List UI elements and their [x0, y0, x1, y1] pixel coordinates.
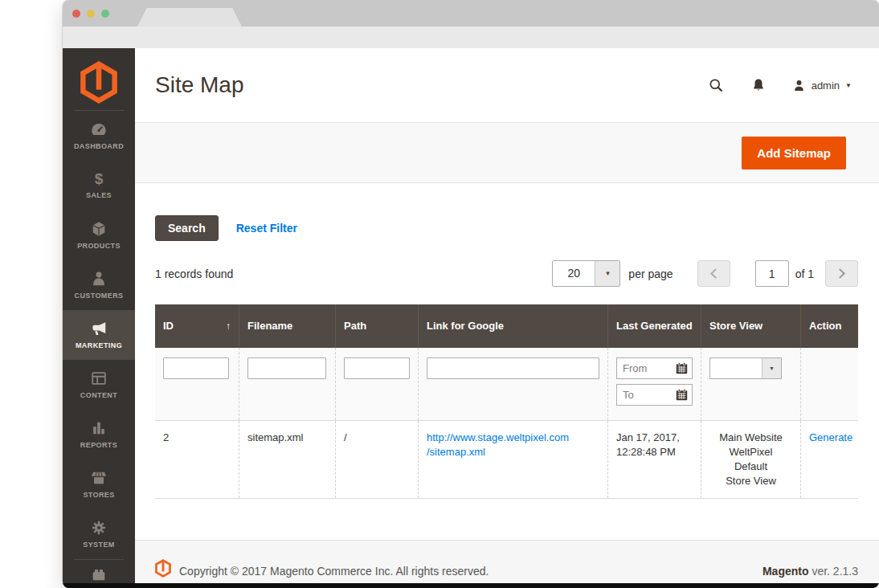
header-actions: admin ▼	[708, 77, 852, 94]
generate-link[interactable]: Generate	[809, 431, 852, 443]
generated-line: 12:28:48 PM	[616, 445, 693, 459]
sidebar-item-customers[interactable]: CUSTOMERS	[63, 260, 135, 310]
page-actions-bar: Add Sitemap	[135, 122, 879, 183]
magento-logo[interactable]	[63, 48, 135, 110]
filter-store-view-select[interactable]: ▼	[709, 357, 782, 379]
sidebar-item-products[interactable]: PRODUCTS	[63, 210, 135, 260]
total-pages-label: of 1	[795, 267, 814, 280]
page-size-value: 20	[553, 261, 595, 286]
page-title: Site Map	[155, 72, 244, 98]
filter-path-input[interactable]	[344, 357, 410, 379]
records-count: 1 records found	[155, 267, 233, 280]
store-view-line: Store View	[709, 474, 792, 488]
products-icon	[90, 220, 108, 238]
sidebar-item-dashboard[interactable]: DASHBOARD	[63, 111, 135, 161]
pager-row: 1 records found 20 ▼ per page of 1	[155, 260, 858, 287]
column-header-path[interactable]: Path	[335, 304, 418, 348]
sales-icon: $	[95, 171, 104, 187]
sidebar: DASHBOARD $ SALES PRODUCTS	[63, 48, 135, 588]
chevron-down-icon: ▼	[845, 82, 852, 89]
magento-logo-icon	[80, 61, 117, 104]
chevron-right-icon	[835, 268, 845, 279]
page-size-select[interactable]: 20 ▼	[552, 260, 620, 287]
grid-filter-row: ▼	[155, 348, 858, 420]
column-header-store-view[interactable]: Store View	[701, 304, 800, 348]
chevron-down-icon: ▼	[769, 365, 775, 371]
content-spacer	[135, 499, 879, 540]
filter-filename-input[interactable]	[247, 357, 326, 379]
store-view-select-value	[710, 358, 762, 378]
footer: Copyright © 2017 Magento Commerce Inc. A…	[135, 540, 879, 588]
window-minimize-button[interactable]	[87, 10, 95, 18]
version-number: ver. 2.1.3	[809, 565, 858, 578]
reports-icon	[90, 419, 108, 437]
link-line: /sitemap.xml	[427, 445, 599, 459]
sidebar-item-label: SYSTEM	[83, 541, 114, 549]
cell-last-generated: Jan 17, 2017, 12:28:48 PM	[607, 421, 701, 498]
sidebar-item-label: CUSTOMERS	[75, 292, 124, 300]
store-view-line: Main Website	[709, 431, 792, 445]
copyright-text: Copyright © 2017 Magento Commerce Inc. A…	[179, 565, 762, 578]
sidebar-item-label: REPORTS	[80, 441, 117, 449]
window-close-button[interactable]	[72, 10, 80, 18]
sidebar-item-reports[interactable]: REPORTS	[63, 410, 135, 459]
filter-date-to-input[interactable]	[617, 389, 671, 401]
sidebar-nav: DASHBOARD $ SALES PRODUCTS	[63, 111, 135, 559]
column-header-filename[interactable]: Filename	[239, 304, 335, 348]
sitemap-link[interactable]: http://www.stage.weltpixel.com /sitemap.…	[427, 431, 599, 459]
previous-page-button[interactable]	[697, 260, 730, 287]
page-header: Site Map	[135, 48, 879, 122]
sidebar-item-system[interactable]: SYSTEM	[63, 509, 135, 559]
sidebar-item-marketing[interactable]: MARKETING	[63, 310, 135, 360]
magento-footer-logo-icon	[155, 559, 171, 578]
link-line: http://www.stage.weltpixel.com	[427, 431, 599, 445]
admin-username: admin	[812, 80, 840, 92]
stores-icon	[90, 469, 108, 487]
chevron-left-icon	[710, 268, 721, 279]
system-icon	[90, 519, 108, 537]
sidebar-item-content[interactable]: CONTENT	[63, 360, 135, 410]
window-zoom-button[interactable]	[101, 10, 109, 18]
filter-link-input[interactable]	[427, 357, 599, 379]
sidebar-item-label: STORES	[83, 491, 114, 499]
admin-user-menu[interactable]: admin ▼	[792, 79, 852, 92]
sitemap-grid: ID ↑ Filename Path Link for Google Last …	[155, 304, 858, 499]
filter-controls: Search Reset Filter	[155, 215, 879, 241]
cell-filename: sitemap.xml	[239, 421, 335, 498]
browser-window: DASHBOARD $ SALES PRODUCTS	[63, 0, 879, 588]
brand-name: Magento	[762, 565, 809, 578]
next-page-button[interactable]	[825, 260, 858, 287]
sidebar-item-stores[interactable]: STORES	[63, 459, 135, 509]
calendar-icon	[675, 361, 689, 375]
calendar-button[interactable]	[671, 358, 692, 378]
filter-date-from-input[interactable]	[617, 362, 671, 374]
table-row: 2 sitemap.xml / http://www.stage.weltpix…	[155, 420, 858, 499]
current-page-input[interactable]	[755, 260, 789, 287]
store-view-line: WeltPixel	[709, 445, 792, 459]
add-sitemap-button[interactable]: Add Sitemap	[742, 137, 846, 169]
notifications-bell-icon[interactable]	[750, 77, 767, 93]
extensions-icon	[90, 566, 108, 583]
grid-header-row: ID ↑ Filename Path Link for Google Last …	[155, 304, 858, 348]
page-size-dropdown-button[interactable]: ▼	[595, 261, 619, 286]
sidebar-item-sales[interactable]: $ SALES	[63, 161, 135, 210]
browser-tab[interactable]	[137, 8, 242, 27]
search-icon[interactable]	[708, 77, 725, 94]
column-header-id[interactable]: ID ↑	[155, 304, 239, 348]
window-titlebar	[63, 0, 879, 27]
filter-id-input[interactable]	[163, 357, 229, 379]
sidebar-item-label: MARKETING	[76, 341, 122, 349]
reset-filter-link[interactable]: Reset Filter	[236, 222, 297, 235]
store-view-dropdown-button[interactable]: ▼	[762, 358, 781, 378]
calendar-button[interactable]	[671, 385, 692, 405]
column-header-link[interactable]: Link for Google	[418, 304, 607, 348]
window-bottom-strip	[63, 583, 879, 588]
cell-action: Generate	[800, 421, 858, 498]
column-header-last-generated[interactable]: Last Generated	[607, 304, 701, 348]
column-header-action: Action	[800, 304, 858, 348]
filter-date-to	[616, 384, 693, 406]
search-button[interactable]: Search	[155, 215, 219, 241]
content-icon	[90, 370, 108, 387]
filter-date-from	[616, 357, 693, 379]
browser-addressbar[interactable]	[63, 27, 879, 48]
